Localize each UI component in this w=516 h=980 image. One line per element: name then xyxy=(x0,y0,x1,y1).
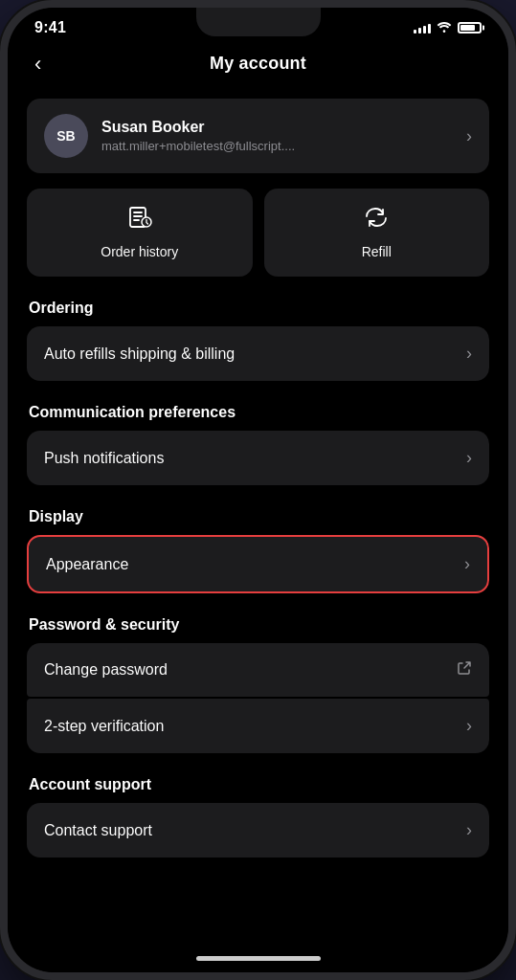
avatar: SB xyxy=(44,114,88,158)
wifi-icon xyxy=(437,20,452,35)
auto-refills-item[interactable]: Auto refills shipping & billing › xyxy=(27,326,489,381)
svg-point-0 xyxy=(443,30,446,33)
battery-icon xyxy=(458,22,482,33)
back-button[interactable]: ‹ xyxy=(27,48,49,80)
status-bar: 9:41 xyxy=(8,8,508,44)
nav-header: ‹ My account xyxy=(8,44,508,87)
quick-actions: Order history Refill xyxy=(27,189,489,277)
refill-label: Refill xyxy=(362,244,392,259)
profile-name: Susan Booker xyxy=(101,119,295,136)
push-notifications-text: Push notifications xyxy=(44,450,164,467)
auto-refills-chevron-icon: › xyxy=(466,344,472,364)
profile-card[interactable]: SB Susan Booker matt.miller+mobiletest@f… xyxy=(27,99,489,173)
phone-frame: 9:41 xyxy=(0,0,516,980)
order-history-label: Order history xyxy=(101,244,178,259)
auto-refills-text: Auto refills shipping & billing xyxy=(44,345,235,363)
order-history-button[interactable]: Order history xyxy=(27,189,253,277)
account-support-label: Account support xyxy=(27,776,489,793)
screen: 9:41 xyxy=(8,8,508,972)
appearance-chevron-icon: › xyxy=(464,554,470,574)
display-section-label: Display xyxy=(27,508,489,525)
profile-email: matt.miller+mobiletest@fullscript.... xyxy=(101,139,295,153)
appearance-item[interactable]: Appearance › xyxy=(27,535,489,593)
signal-bars-icon xyxy=(414,22,431,33)
home-bar xyxy=(196,956,321,961)
status-icons xyxy=(414,20,482,35)
external-link-icon xyxy=(457,660,472,679)
account-support-section: Account support Contact support › xyxy=(27,776,489,858)
page-title: My account xyxy=(210,54,306,74)
profile-chevron-icon: › xyxy=(466,126,472,146)
push-notifications-chevron-icon: › xyxy=(466,448,472,468)
support-item[interactable]: Contact support › xyxy=(27,803,489,858)
refill-button[interactable]: Refill xyxy=(264,189,490,277)
order-history-icon xyxy=(127,206,152,234)
content-scroll: SB Susan Booker matt.miller+mobiletest@f… xyxy=(8,87,508,948)
two-step-verification-item[interactable]: 2-step verification › xyxy=(27,699,489,753)
appearance-text: Appearance xyxy=(46,556,128,573)
support-item-text: Contact support xyxy=(44,822,152,839)
status-time: 9:41 xyxy=(34,19,66,36)
password-section-label: Password & security xyxy=(27,616,489,634)
refill-icon xyxy=(364,206,389,234)
ordering-section: Ordering Auto refills shipping & billing… xyxy=(27,300,489,383)
support-chevron-icon: › xyxy=(466,820,472,840)
change-password-item[interactable]: Change password xyxy=(27,643,489,697)
home-indicator xyxy=(8,948,508,972)
password-security-section: Password & security Change password 2-st… xyxy=(27,616,489,755)
two-step-text: 2-step verification xyxy=(44,718,164,735)
communication-section: Communication preferences Push notificat… xyxy=(27,404,489,487)
change-password-text: Change password xyxy=(44,661,168,679)
communication-section-label: Communication preferences xyxy=(27,404,489,421)
ordering-section-label: Ordering xyxy=(27,300,489,317)
two-step-chevron-icon: › xyxy=(466,716,472,736)
display-section: Display Appearance › xyxy=(27,508,489,595)
push-notifications-item[interactable]: Push notifications › xyxy=(27,431,489,485)
